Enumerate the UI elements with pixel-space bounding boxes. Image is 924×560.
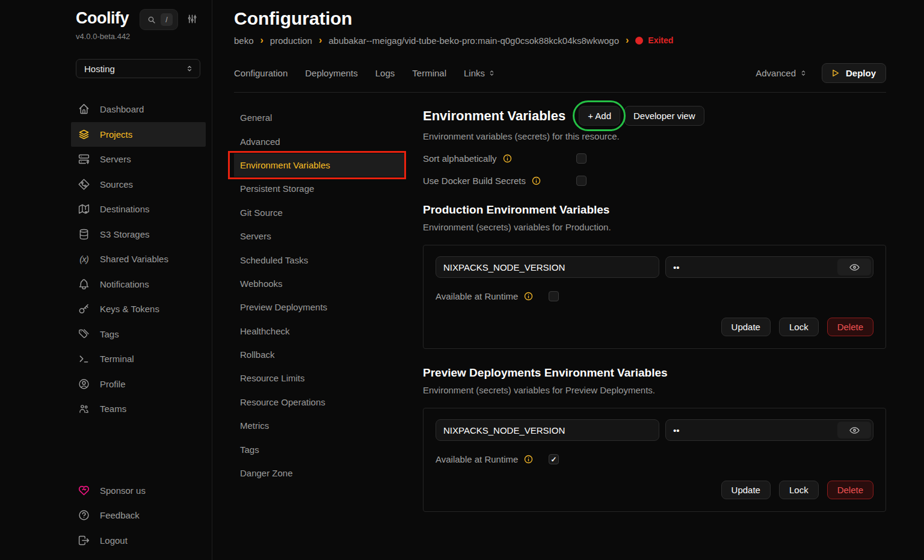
tab-links[interactable]: Links: [464, 68, 496, 78]
subnav-item-label: Scheduled Tasks: [240, 255, 308, 265]
chevron-up-down-icon: [185, 64, 194, 73]
sidebar-item-keys-tokens[interactable]: Keys & Tokens: [71, 297, 206, 322]
sidebar-item-sponsor-us[interactable]: Sponsor us: [71, 478, 206, 503]
subnav-item-advanced[interactable]: Advanced: [234, 129, 405, 153]
git-source-icon: [78, 178, 90, 191]
subnav-item-git-source[interactable]: Git Source: [234, 201, 405, 224]
status-dot-icon: [635, 37, 643, 45]
sidebar-item-shared-variables[interactable]: (x) Shared Variables: [71, 247, 206, 272]
heart-icon: [78, 484, 90, 497]
breadcrumb: beko › production › abubakar--meigag/vid…: [234, 35, 886, 46]
deploy-button[interactable]: Deploy: [822, 63, 886, 83]
sidebar-item-sources[interactable]: Sources: [71, 172, 206, 197]
docker-build-secrets-row: Use Docker Build Secrets: [423, 176, 886, 186]
update-button[interactable]: Update: [721, 481, 771, 499]
slash-shortcut-key: /: [161, 13, 173, 26]
subnav-item-label: Resource Limits: [240, 373, 305, 383]
sidebar-item-label: Tags: [100, 329, 119, 339]
reveal-value-button[interactable]: [837, 422, 871, 438]
update-button[interactable]: Update: [721, 318, 771, 336]
subnav-item-scheduled-tasks[interactable]: Scheduled Tasks: [234, 248, 405, 271]
breadcrumb-resource[interactable]: abubakar--meigag/vid-tube-beko-pro:main-…: [328, 35, 619, 46]
subnav-item-label: Preview Deployments: [240, 302, 327, 312]
chevron-up-down-icon: [488, 69, 496, 77]
subnav-item-danger-zone[interactable]: Danger Zone: [234, 461, 405, 485]
sidebar-item-feedback[interactable]: Feedback: [71, 503, 206, 528]
chevron-right-icon: ›: [319, 35, 322, 46]
sidebar-item-terminal[interactable]: Terminal: [71, 346, 206, 372]
tab-bar: Configuration Deployments Logs Terminal …: [234, 63, 886, 83]
available-at-runtime-label: Available at Runtime: [436, 454, 518, 464]
tab-terminal[interactable]: Terminal: [412, 68, 446, 78]
available-at-runtime-checkbox[interactable]: [549, 291, 559, 301]
breadcrumb-team[interactable]: beko: [234, 35, 254, 46]
sidebar-item-label: Sponsor us: [100, 485, 146, 496]
lock-button[interactable]: Lock: [779, 318, 819, 336]
variable-key-input[interactable]: [436, 419, 659, 441]
subnav-item-webhooks[interactable]: Webhooks: [234, 272, 405, 295]
subnav-item-resource-limits[interactable]: Resource Limits: [234, 366, 405, 390]
subnav-item-preview-deployments[interactable]: Preview Deployments: [234, 295, 405, 319]
subnav-item-resource-operations[interactable]: Resource Operations: [234, 390, 405, 414]
advanced-dropdown[interactable]: Advanced: [756, 68, 807, 78]
breadcrumb-environment[interactable]: production: [270, 35, 312, 46]
sort-alphabetically-checkbox[interactable]: [576, 153, 587, 164]
subnav-item-label: General: [240, 112, 272, 123]
delete-button[interactable]: Delete: [827, 481, 873, 499]
search-button[interactable]: /: [140, 9, 178, 30]
sidebar-item-servers[interactable]: Servers: [71, 147, 206, 172]
tab-links-label: Links: [464, 68, 485, 78]
key-icon: [78, 303, 90, 315]
subnav-item-persistent-storage[interactable]: Persistent Storage: [234, 177, 405, 200]
available-at-runtime-checkbox[interactable]: ✓: [549, 454, 559, 464]
page-title: Configuration: [234, 8, 886, 29]
subnav-item-label: Git Source: [240, 208, 283, 218]
subnav-item-servers[interactable]: Servers: [234, 224, 405, 248]
variable-key-input[interactable]: [436, 256, 659, 278]
status-text: Exited: [648, 35, 673, 45]
subnav-item-label: Danger Zone: [240, 468, 293, 478]
subnav-item-rollback[interactable]: Rollback: [234, 343, 405, 366]
sidebar-item-projects[interactable]: Projects: [71, 122, 206, 147]
subnav-item-healthcheck[interactable]: Healthcheck: [234, 319, 405, 343]
search-icon: [147, 15, 156, 25]
user-circle-icon: [78, 378, 90, 390]
workspace-select[interactable]: Hosting: [76, 59, 200, 78]
tab-logs[interactable]: Logs: [375, 68, 395, 78]
tab-configuration[interactable]: Configuration: [234, 68, 288, 78]
delete-button[interactable]: Delete: [827, 318, 873, 336]
sidebar-item-logout[interactable]: Logout: [71, 528, 206, 553]
home-icon: [78, 103, 90, 115]
subnav-item-environment-variables[interactable]: Environment Variables: [234, 153, 405, 177]
available-at-runtime-label: Available at Runtime: [436, 291, 518, 301]
help-icon: [78, 509, 90, 522]
deploy-button-label: Deploy: [846, 68, 876, 78]
sidebar-item-s3-storages[interactable]: S3 Storages: [71, 222, 206, 247]
sidebar-item-dashboard[interactable]: Dashboard: [71, 97, 206, 122]
subnav-item-label: Persistent Storage: [240, 183, 314, 194]
subnav-item-general[interactable]: General: [234, 106, 405, 129]
eye-icon: [849, 425, 860, 436]
sidebar-item-notifications[interactable]: Notifications: [71, 272, 206, 297]
sidebar-item-label: Sources: [100, 179, 133, 189]
preview-section-heading: Preview Deployments Environment Variable…: [423, 366, 886, 380]
chevron-up-down-icon: [799, 69, 807, 77]
sidebar-item-tags[interactable]: Tags: [71, 322, 206, 347]
add-button[interactable]: + Add: [579, 106, 620, 126]
subnav-item-label: Environment Variables: [240, 160, 330, 170]
docker-build-secrets-checkbox[interactable]: [576, 176, 587, 186]
sidebar-item-teams[interactable]: Teams: [71, 396, 206, 422]
subnav-item-tags[interactable]: Tags: [234, 437, 405, 461]
workspace-select-value: Hosting: [84, 64, 115, 74]
developer-view-button[interactable]: Developer view: [624, 106, 704, 126]
sidebar-item-profile[interactable]: Profile: [71, 372, 206, 397]
reveal-value-button[interactable]: [837, 259, 871, 275]
chevron-right-icon: ›: [260, 35, 263, 46]
lock-button[interactable]: Lock: [779, 481, 819, 499]
settings-sliders-icon[interactable]: [186, 13, 198, 25]
subnav-item-metrics[interactable]: Metrics: [234, 414, 405, 437]
info-icon: [531, 176, 541, 186]
sidebar-item-destinations[interactable]: Destinations: [71, 197, 206, 222]
sidebar-item-label: Shared Variables: [100, 254, 168, 264]
tab-deployments[interactable]: Deployments: [305, 68, 358, 78]
